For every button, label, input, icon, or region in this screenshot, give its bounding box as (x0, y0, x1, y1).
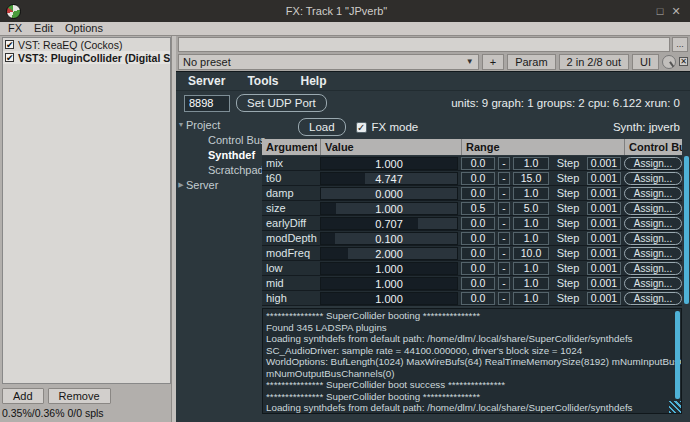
tree-item-control-bus[interactable]: Control Bus (176, 132, 262, 147)
assign-control-bus-button[interactable]: Assign... (624, 247, 682, 260)
fx-chain-panel: ✔VST: ReaEQ (Cockos)✔VST3: PluginCollide… (0, 36, 171, 422)
assign-control-bus-button[interactable]: Assign... (624, 277, 682, 290)
value-slider[interactable]: 1.000 (320, 157, 458, 170)
step-input[interactable]: 0.001 (587, 277, 621, 290)
range-min-input[interactable]: 0.5 (461, 202, 495, 215)
fx-enabled-checkbox[interactable]: ✔ (5, 40, 14, 49)
step-input[interactable]: 0.001 (587, 232, 621, 245)
value-slider[interactable]: 1.000 (320, 292, 458, 305)
range-min-input[interactable]: 0.0 (461, 277, 495, 290)
supercollider-console[interactable]: *************** SuperCollider booting **… (262, 308, 682, 414)
table-scrollbar[interactable] (684, 156, 689, 304)
range-max-input[interactable]: 1.0 (513, 157, 549, 170)
range-min-input[interactable]: 0.0 (461, 217, 495, 230)
value-slider[interactable]: 0.100 (320, 232, 458, 245)
step-input[interactable]: 0.001 (587, 157, 621, 170)
save-preset-button[interactable]: + (482, 54, 504, 70)
menu-server[interactable]: Server (188, 74, 225, 88)
assign-control-bus-button[interactable]: Assign... (624, 217, 682, 230)
argument-row-t60: t604.7470.0-15.0Step0.001Assign... (262, 171, 682, 186)
assign-control-bus-button[interactable]: Assign... (624, 292, 682, 305)
range-max-input[interactable]: 15.0 (513, 172, 549, 185)
range-max-input[interactable]: 1.0 (513, 217, 549, 230)
fx-mode-checkbox[interactable]: ✓ (356, 122, 367, 133)
step-input[interactable]: 0.001 (587, 292, 621, 305)
plugincollider-panel: Server Tools Help Set UDP Port units: 9 … (176, 71, 690, 422)
maximize-icon[interactable]: □ (652, 5, 668, 17)
menu-tools[interactable]: Tools (247, 74, 278, 88)
range-min-input[interactable]: 0.0 (461, 247, 495, 260)
cpu-status-text: 0.35%/0.36% 0/0 spls (0, 406, 171, 422)
range-min-input[interactable]: 0.0 (461, 157, 495, 170)
tree-item-synthdef[interactable]: Synthdef (176, 147, 262, 162)
remove-fx-button[interactable]: Remove (48, 388, 111, 404)
col-argument: Argument (262, 139, 317, 155)
range-max-input[interactable]: 1.0 (513, 262, 549, 275)
fx-enable-checkbox[interactable]: ✕ (679, 57, 688, 66)
tree-item-scratchpad[interactable]: Scratchpad (176, 162, 262, 177)
assign-control-bus-button[interactable]: Assign... (624, 157, 682, 170)
range-min-input[interactable]: 0.0 (461, 232, 495, 245)
assign-control-bus-button[interactable]: Assign... (624, 232, 682, 245)
step-input[interactable]: 0.001 (587, 217, 621, 230)
range-min-input[interactable]: 0.0 (461, 292, 495, 305)
load-button[interactable]: Load (298, 118, 346, 136)
fx-enabled-checkbox[interactable]: ✔ (5, 53, 14, 62)
wet-dry-knob[interactable] (662, 55, 676, 69)
assign-control-bus-button[interactable]: Assign... (624, 202, 682, 215)
value-slider[interactable]: 1.000 (320, 202, 458, 215)
ui-button[interactable]: UI (632, 54, 659, 70)
fx-chain-item[interactable]: ✔VST3: PluginCollider (Digital Suburban) (3, 51, 170, 64)
step-input[interactable]: 0.001 (587, 247, 621, 260)
preset-dropdown[interactable]: No preset ▼ (178, 54, 479, 70)
console-line: *************** SuperCollider booting **… (266, 310, 671, 322)
range-max-input[interactable]: 1.0 (513, 187, 549, 200)
resize-grip-icon[interactable] (669, 401, 681, 413)
value-slider[interactable]: 2.000 (320, 247, 458, 260)
udp-port-input[interactable] (184, 95, 230, 112)
console-scrollbar[interactable] (675, 311, 680, 399)
step-input[interactable]: 0.001 (587, 172, 621, 185)
range-max-input[interactable]: 5.0 (513, 202, 549, 215)
tree-item-project[interactable]: ▼Project (176, 117, 262, 132)
menu-fx[interactable]: FX (8, 22, 22, 35)
value-slider[interactable]: 4.747 (320, 172, 458, 185)
tree-item-server[interactable]: ▶Server (176, 177, 262, 192)
assign-control-bus-button[interactable]: Assign... (624, 187, 682, 200)
param-button[interactable]: Param (507, 54, 555, 70)
tree-collapsed-icon[interactable]: ▶ (176, 181, 186, 189)
value-slider[interactable]: 1.000 (320, 262, 458, 275)
menu-edit[interactable]: Edit (34, 22, 53, 35)
fx-comment-box[interactable] (178, 37, 670, 52)
fx-chain-item[interactable]: ✔VST: ReaEQ (Cockos) (3, 38, 170, 51)
more-button[interactable]: ... (672, 37, 688, 52)
range-max-input[interactable]: 10.0 (513, 247, 549, 260)
assign-control-bus-button[interactable]: Assign... (624, 172, 682, 185)
tree-expanded-icon[interactable]: ▼ (176, 121, 186, 128)
add-fx-button[interactable]: Add (2, 388, 44, 404)
step-input[interactable]: 0.001 (587, 187, 621, 200)
value-slider[interactable]: 1.000 (320, 277, 458, 290)
argument-name: modDepth (262, 232, 317, 244)
close-icon[interactable]: ✕ (668, 5, 684, 18)
step-input[interactable]: 0.001 (587, 262, 621, 275)
step-label: Step (552, 247, 584, 259)
range-max-input[interactable]: 1.0 (513, 292, 549, 305)
menu-options[interactable]: Options (65, 22, 103, 35)
console-line: SC_AudioDriver: sample rate = 44100.0000… (266, 345, 671, 357)
value-slider[interactable]: 0.000 (320, 187, 458, 200)
range-separator: - (498, 247, 510, 260)
range-min-input[interactable]: 0.0 (461, 262, 495, 275)
range-min-input[interactable]: 0.0 (461, 172, 495, 185)
set-udp-port-button[interactable]: Set UDP Port (236, 94, 327, 112)
step-label: Step (552, 172, 584, 184)
range-max-input[interactable]: 1.0 (513, 232, 549, 245)
step-input[interactable]: 0.001 (587, 202, 621, 215)
menu-help[interactable]: Help (300, 74, 326, 88)
range-max-input[interactable]: 1.0 (513, 277, 549, 290)
assign-control-bus-button[interactable]: Assign... (624, 262, 682, 275)
range-min-input[interactable]: 0.0 (461, 187, 495, 200)
io-routing-button[interactable]: 2 in 2/8 out (559, 54, 629, 70)
plugin-menu-bar: Server Tools Help (176, 72, 690, 91)
value-slider[interactable]: 0.707 (320, 217, 458, 230)
